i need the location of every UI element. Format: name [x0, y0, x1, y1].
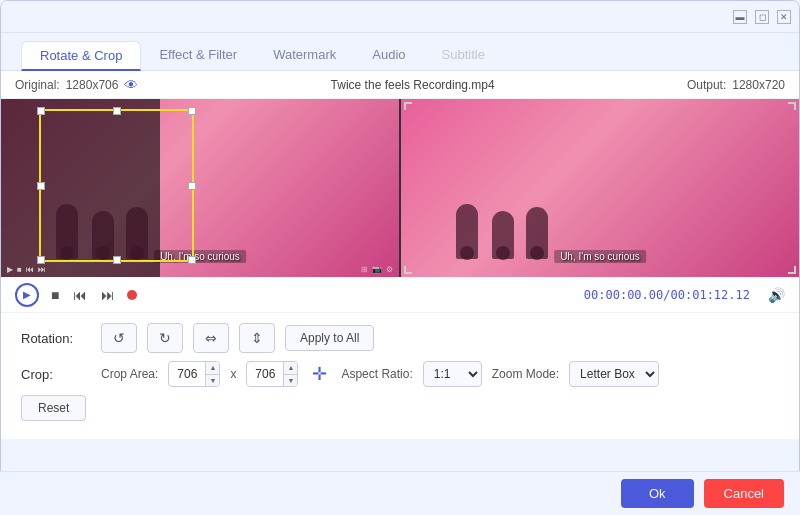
crop-handle-mr[interactable]	[188, 182, 196, 190]
crop-height-arrows: ▲ ▼	[283, 362, 297, 386]
tab-subtitle: Subtitle	[424, 41, 503, 70]
video-content-right: Uh, I'm so curious	[401, 99, 799, 277]
crop-handle-bm[interactable]	[113, 256, 121, 264]
crop-area-label: Crop Area:	[101, 367, 158, 381]
bottom-bar: Ok Cancel	[0, 471, 800, 515]
playback-bar: ▶ ■ ⏮ ⏭ 00:00:00.00/00:01:12.12 🔊	[1, 277, 799, 313]
prev-frame-button[interactable]: ⏮	[71, 285, 89, 305]
tab-rotate-crop[interactable]: Rotate & Crop	[21, 41, 141, 71]
crop-width-spinbox[interactable]: ▲ ▼	[168, 361, 220, 387]
original-label: Original:	[15, 78, 60, 92]
title-bar-controls: ▬ ◻ ✕	[733, 10, 791, 24]
cancel-button[interactable]: Cancel	[704, 479, 784, 508]
corner-bl	[404, 266, 412, 274]
aspect-ratio-select[interactable]: 1:1 Free 16:9 4:3 9:16	[423, 361, 482, 387]
rotation-label: Rotation:	[21, 331, 91, 346]
title-bar: ▬ ◻ ✕	[1, 1, 799, 33]
crop-width-down[interactable]: ▼	[206, 375, 219, 387]
info-output: Output: 1280x720	[687, 78, 785, 92]
crop-handle-br[interactable]	[188, 256, 196, 264]
zoom-icon[interactable]: ⊞	[361, 265, 368, 274]
corner-tl	[404, 102, 412, 110]
video-content-left: Uh, I'm so curious ▶ ■ ⏮ ⏭ ⊞ 📷 ⚙	[1, 99, 399, 277]
aspect-ratio-label: Aspect Ratio:	[341, 367, 412, 381]
video-panel-left: Uh, I'm so curious ▶ ■ ⏮ ⏭ ⊞ 📷 ⚙	[1, 99, 401, 277]
screenshot-icon[interactable]: 📷	[372, 265, 382, 274]
time-current: 00:00:00.00	[584, 288, 663, 302]
crop-handle-ml[interactable]	[37, 182, 45, 190]
prev-mini-icon[interactable]: ⏮	[26, 265, 34, 274]
video-panel-right: Uh, I'm so curious	[401, 99, 799, 277]
maximize-button[interactable]: ◻	[755, 10, 769, 24]
crop-width-up[interactable]: ▲	[206, 362, 219, 375]
reset-row: Reset	[21, 395, 779, 421]
info-original: Original: 1280x706 👁	[15, 77, 138, 93]
zoom-mode-label: Zoom Mode:	[492, 367, 559, 381]
crop-width-input[interactable]	[169, 367, 205, 381]
rotate-ccw-button[interactable]: ↺	[101, 323, 137, 353]
volume-icon[interactable]: 🔊	[768, 287, 785, 303]
controls-area: Rotation: ↺ ↻ ⇔ ⇕ Apply to All Crop: Cro…	[1, 313, 799, 439]
time-total: 00:01:12.12	[671, 288, 750, 302]
crop-handle-bl[interactable]	[37, 256, 45, 264]
tabs-bar: Rotate & Crop Effect & Filter Watermark …	[1, 33, 799, 71]
video-area: Uh, I'm so curious ▶ ■ ⏮ ⏭ ⊞ 📷 ⚙	[1, 99, 799, 277]
corner-tr	[788, 102, 796, 110]
move-icon: ✛	[312, 363, 327, 385]
crop-handle-tr[interactable]	[188, 107, 196, 115]
crop-width-arrows: ▲ ▼	[205, 362, 219, 386]
zoom-mode-select[interactable]: Letter Box Pan & Scan Full	[569, 361, 659, 387]
time-display: 00:00:00.00/00:01:12.12	[584, 288, 750, 302]
crop-height-up[interactable]: ▲	[284, 362, 297, 375]
crop-height-down[interactable]: ▼	[284, 375, 297, 387]
flip-horizontal-button[interactable]: ⇔	[193, 323, 229, 353]
original-value: 1280x706	[66, 78, 119, 92]
close-button[interactable]: ✕	[777, 10, 791, 24]
record-button[interactable]	[127, 290, 137, 300]
info-bar: Original: 1280x706 👁 Twice the feels Rec…	[1, 71, 799, 99]
x-separator: x	[230, 367, 236, 381]
crop-height-spinbox[interactable]: ▲ ▼	[246, 361, 298, 387]
apply-to-all-button[interactable]: Apply to All	[285, 325, 374, 351]
tab-effect-filter[interactable]: Effect & Filter	[141, 41, 255, 70]
crop-handle-tl[interactable]	[37, 107, 45, 115]
video-subtitle-right: Uh, I'm so curious	[554, 250, 646, 263]
play-mini-icon[interactable]: ▶	[7, 265, 13, 274]
crop-row: Crop: Crop Area: ▲ ▼ x ▲ ▼ ✛ Aspect Rati…	[21, 361, 779, 387]
stop-mini-icon[interactable]: ■	[17, 265, 22, 274]
reset-button[interactable]: Reset	[21, 395, 86, 421]
eye-icon[interactable]: 👁	[124, 77, 138, 93]
next-frame-button[interactable]: ⏭	[99, 285, 117, 305]
video-mini-right-controls: ⊞ 📷 ⚙	[361, 265, 393, 274]
rotation-row: Rotation: ↺ ↻ ⇔ ⇕ Apply to All	[21, 323, 779, 353]
crop-handle-tm[interactable]	[113, 107, 121, 115]
minimize-button[interactable]: ▬	[733, 10, 747, 24]
person-head-r	[460, 246, 474, 260]
next-mini-icon[interactable]: ⏭	[38, 265, 46, 274]
corner-br	[788, 266, 796, 274]
crop-height-input[interactable]	[247, 367, 283, 381]
output-value: 1280x720	[732, 78, 785, 92]
flip-vertical-button[interactable]: ⇕	[239, 323, 275, 353]
video-mini-controls-left: ▶ ■ ⏮ ⏭	[7, 265, 46, 274]
crop-selection-box[interactable]	[39, 109, 194, 262]
rotate-cw-button[interactable]: ↻	[147, 323, 183, 353]
tab-audio[interactable]: Audio	[354, 41, 423, 70]
person-head-r3	[530, 246, 544, 260]
output-label: Output:	[687, 78, 726, 92]
tab-watermark[interactable]: Watermark	[255, 41, 354, 70]
crop-label: Crop:	[21, 367, 91, 382]
play-button[interactable]: ▶	[15, 283, 39, 307]
info-filename: Twice the feels Recording.mp4	[331, 78, 495, 92]
person-head-r2	[496, 246, 510, 260]
settings-mini-icon[interactable]: ⚙	[386, 265, 393, 274]
stop-button[interactable]: ■	[49, 285, 61, 305]
ok-button[interactable]: Ok	[621, 479, 694, 508]
